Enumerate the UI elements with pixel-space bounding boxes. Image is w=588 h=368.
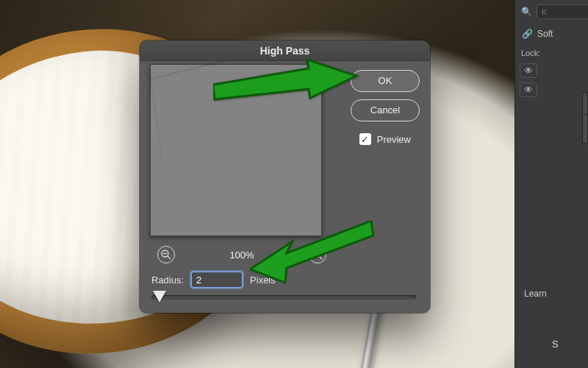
- radius-unit: Pixels: [250, 275, 276, 286]
- app-stage: 🔍 🔗 Soft Lock: 👁 👁 Learn S High Pass OK: [0, 0, 588, 368]
- cancel-button[interactable]: Cancel: [351, 99, 420, 121]
- learn-link[interactable]: Learn: [524, 289, 547, 299]
- radius-input[interactable]: [191, 272, 243, 288]
- right-panel: 🔍 🔗 Soft Lock: 👁 👁 Learn S: [514, 0, 588, 368]
- magnify-plus-icon: [312, 250, 323, 260]
- radius-label: Radius:: [151, 275, 184, 286]
- preview-checkbox-row[interactable]: ✓ Preview: [359, 133, 411, 145]
- layer-thumbnail[interactable]: [582, 114, 588, 144]
- preview-content: [150, 59, 240, 159]
- layer-visibility-toggle[interactable]: 👁: [520, 82, 537, 97]
- lock-label: Lock:: [521, 49, 540, 57]
- magnify-minus-icon: [161, 250, 171, 260]
- svg-line-4: [319, 256, 322, 259]
- radius-slider-track[interactable]: [151, 295, 416, 300]
- layer-search-input[interactable]: [537, 4, 588, 19]
- link-icon: 🔗: [521, 28, 533, 40]
- preview-label: Preview: [377, 134, 411, 145]
- dialog-body: OK Cancel ✓ Preview 100%: [140, 61, 430, 313]
- radius-row: Radius: Pixels: [151, 272, 276, 288]
- layer-visibility-toggle[interactable]: 👁: [520, 63, 537, 78]
- zoom-out-button[interactable]: [157, 246, 175, 263]
- eye-icon: 👁: [524, 66, 533, 76]
- ok-button[interactable]: OK: [351, 70, 420, 92]
- radius-slider-thumb[interactable]: [153, 291, 166, 302]
- blend-mode-value[interactable]: Soft: [537, 29, 553, 39]
- search-icon: 🔍: [521, 6, 532, 18]
- high-pass-dialog: High Pass OK Cancel ✓ Preview 10: [140, 40, 430, 313]
- eye-icon: 👁: [524, 85, 533, 95]
- zoom-in-button[interactable]: [309, 246, 326, 263]
- panel-button[interactable]: S: [552, 339, 559, 350]
- checkbox-icon[interactable]: ✓: [359, 133, 371, 145]
- zoom-percent: 100%: [229, 250, 254, 261]
- filter-preview[interactable]: [150, 64, 322, 236]
- dialog-title: High Pass: [140, 40, 430, 61]
- svg-line-1: [168, 256, 171, 259]
- zoom-controls: 100%: [157, 245, 326, 264]
